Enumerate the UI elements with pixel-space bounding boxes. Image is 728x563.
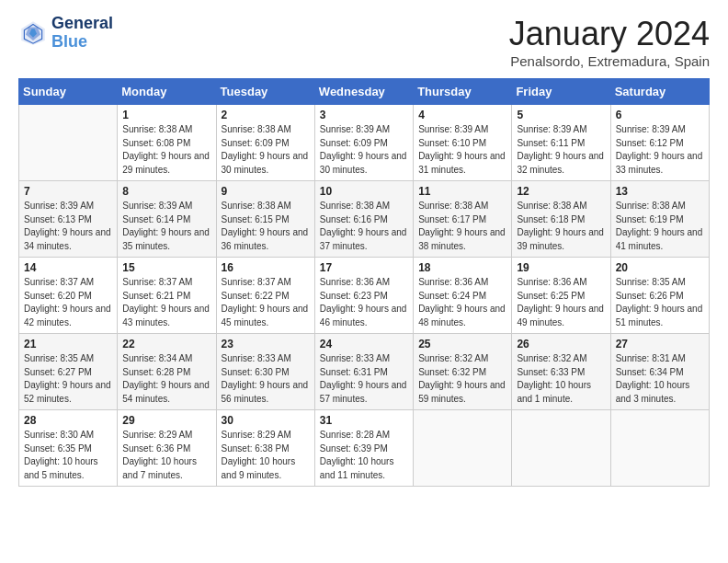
day-info: Sunrise: 8:28 AMSunset: 6:39 PMDaylight:… [320, 429, 408, 482]
day-info: Sunrise: 8:36 AMSunset: 6:23 PMDaylight:… [320, 276, 408, 329]
calendar-cell: 24Sunrise: 8:33 AMSunset: 6:31 PMDayligh… [314, 334, 413, 410]
calendar-cell [414, 410, 512, 487]
calendar-cell: 3Sunrise: 8:39 AMSunset: 6:09 PMDaylight… [314, 105, 413, 181]
day-number: 20 [616, 261, 704, 274]
day-number: 4 [418, 109, 506, 121]
day-number: 14 [24, 261, 112, 274]
header-day-saturday: Saturday [610, 79, 709, 105]
day-info: Sunrise: 8:36 AMSunset: 6:24 PMDaylight:… [418, 276, 506, 329]
day-number: 16 [222, 261, 310, 274]
day-info: Sunrise: 8:34 AMSunset: 6:28 PMDaylight:… [122, 352, 210, 406]
logo-icon [18, 18, 48, 48]
calendar-cell: 8Sunrise: 8:39 AMSunset: 6:14 PMDaylight… [118, 181, 216, 258]
calendar-cell: 9Sunrise: 8:38 AMSunset: 6:15 PMDaylight… [216, 181, 314, 258]
day-info: Sunrise: 8:39 AMSunset: 6:11 PMDaylight:… [517, 123, 605, 177]
day-number: 18 [418, 261, 506, 274]
day-info: Sunrise: 8:29 AMSunset: 6:38 PMDaylight:… [222, 429, 310, 482]
week-row-4: 21Sunrise: 8:35 AMSunset: 6:27 PMDayligh… [19, 334, 710, 410]
calendar-cell: 5Sunrise: 8:39 AMSunset: 6:11 PMDaylight… [512, 105, 610, 181]
calendar-cell: 1Sunrise: 8:38 AMSunset: 6:08 PMDaylight… [118, 105, 216, 181]
calendar-header: SundayMondayTuesdayWednesdayThursdayFrid… [19, 79, 710, 105]
calendar-cell: 13Sunrise: 8:38 AMSunset: 6:19 PMDayligh… [610, 181, 709, 258]
day-number: 23 [222, 338, 310, 350]
day-info: Sunrise: 8:39 AMSunset: 6:10 PMDaylight:… [418, 123, 506, 177]
day-number: 8 [122, 185, 210, 198]
day-number: 24 [320, 338, 408, 350]
calendar-cell: 12Sunrise: 8:38 AMSunset: 6:18 PMDayligh… [512, 181, 610, 258]
day-number: 12 [517, 185, 605, 198]
day-number: 11 [418, 185, 506, 198]
calendar-cell: 2Sunrise: 8:38 AMSunset: 6:09 PMDaylight… [216, 105, 314, 181]
calendar-cell [512, 410, 610, 487]
calendar-cell: 29Sunrise: 8:29 AMSunset: 6:36 PMDayligh… [118, 410, 216, 487]
day-info: Sunrise: 8:38 AMSunset: 6:18 PMDaylight:… [517, 200, 605, 253]
day-info: Sunrise: 8:32 AMSunset: 6:33 PMDaylight:… [517, 352, 605, 406]
calendar-cell: 23Sunrise: 8:33 AMSunset: 6:30 PMDayligh… [216, 334, 314, 410]
calendar-table: SundayMondayTuesdayWednesdayThursdayFrid… [18, 78, 710, 487]
day-info: Sunrise: 8:39 AMSunset: 6:13 PMDaylight:… [24, 200, 112, 253]
day-info: Sunrise: 8:35 AMSunset: 6:26 PMDaylight:… [616, 276, 704, 329]
header-day-wednesday: Wednesday [314, 79, 413, 105]
day-info: Sunrise: 8:33 AMSunset: 6:31 PMDaylight:… [320, 352, 408, 406]
day-number: 29 [122, 414, 210, 427]
calendar-cell: 6Sunrise: 8:39 AMSunset: 6:12 PMDaylight… [610, 105, 709, 181]
calendar-cell: 25Sunrise: 8:32 AMSunset: 6:32 PMDayligh… [414, 334, 512, 410]
calendar-cell: 16Sunrise: 8:37 AMSunset: 6:22 PMDayligh… [216, 258, 314, 334]
day-number: 22 [122, 338, 210, 350]
day-info: Sunrise: 8:37 AMSunset: 6:22 PMDaylight:… [222, 276, 310, 329]
calendar-cell: 28Sunrise: 8:30 AMSunset: 6:35 PMDayligh… [19, 410, 118, 487]
day-info: Sunrise: 8:39 AMSunset: 6:14 PMDaylight:… [122, 200, 210, 253]
logo-text: General Blue [51, 15, 113, 52]
title-section: January 2024 Penalsordo, Extremadura, Sp… [509, 15, 710, 69]
week-row-2: 7Sunrise: 8:39 AMSunset: 6:13 PMDaylight… [19, 181, 710, 258]
day-number: 13 [616, 185, 704, 198]
header-day-sunday: Sunday [19, 79, 118, 105]
day-number: 27 [616, 338, 704, 350]
day-info: Sunrise: 8:32 AMSunset: 6:32 PMDaylight:… [418, 352, 506, 406]
day-info: Sunrise: 8:37 AMSunset: 6:20 PMDaylight:… [24, 276, 112, 329]
calendar-cell: 21Sunrise: 8:35 AMSunset: 6:27 PMDayligh… [19, 334, 118, 410]
day-info: Sunrise: 8:38 AMSunset: 6:16 PMDaylight:… [320, 200, 408, 253]
calendar-cell: 15Sunrise: 8:37 AMSunset: 6:21 PMDayligh… [118, 258, 216, 334]
logo-line1: General [51, 15, 113, 33]
day-number: 3 [320, 109, 408, 121]
day-info: Sunrise: 8:38 AMSunset: 6:15 PMDaylight:… [222, 200, 310, 253]
day-number: 26 [517, 338, 605, 350]
calendar-cell: 14Sunrise: 8:37 AMSunset: 6:20 PMDayligh… [19, 258, 118, 334]
page-container: General Blue January 2024 Penalsordo, Ex… [0, 0, 728, 496]
header: General Blue January 2024 Penalsordo, Ex… [18, 15, 710, 69]
day-info: Sunrise: 8:35 AMSunset: 6:27 PMDaylight:… [24, 352, 112, 406]
header-day-tuesday: Tuesday [216, 79, 314, 105]
logo: General Blue [18, 15, 113, 52]
calendar-body: 1Sunrise: 8:38 AMSunset: 6:08 PMDaylight… [19, 105, 710, 487]
day-number: 7 [24, 185, 112, 198]
day-number: 2 [222, 109, 310, 121]
calendar-cell: 11Sunrise: 8:38 AMSunset: 6:17 PMDayligh… [414, 181, 512, 258]
day-number: 28 [24, 414, 112, 427]
calendar-cell: 31Sunrise: 8:28 AMSunset: 6:39 PMDayligh… [314, 410, 413, 487]
day-info: Sunrise: 8:38 AMSunset: 6:08 PMDaylight:… [122, 123, 210, 177]
day-number: 10 [320, 185, 408, 198]
day-info: Sunrise: 8:31 AMSunset: 6:34 PMDaylight:… [616, 352, 704, 406]
day-number: 17 [320, 261, 408, 274]
calendar-cell: 17Sunrise: 8:36 AMSunset: 6:23 PMDayligh… [314, 258, 413, 334]
day-number: 1 [122, 109, 210, 121]
calendar-cell: 10Sunrise: 8:38 AMSunset: 6:16 PMDayligh… [314, 181, 413, 258]
day-number: 30 [222, 414, 310, 427]
calendar-cell: 18Sunrise: 8:36 AMSunset: 6:24 PMDayligh… [414, 258, 512, 334]
header-day-thursday: Thursday [414, 79, 512, 105]
day-info: Sunrise: 8:39 AMSunset: 6:09 PMDaylight:… [320, 123, 408, 177]
day-number: 21 [24, 338, 112, 350]
calendar-cell: 7Sunrise: 8:39 AMSunset: 6:13 PMDaylight… [19, 181, 118, 258]
calendar-cell: 4Sunrise: 8:39 AMSunset: 6:10 PMDaylight… [414, 105, 512, 181]
day-info: Sunrise: 8:30 AMSunset: 6:35 PMDaylight:… [24, 429, 112, 482]
calendar-cell: 30Sunrise: 8:29 AMSunset: 6:38 PMDayligh… [216, 410, 314, 487]
calendar-cell: 19Sunrise: 8:36 AMSunset: 6:25 PMDayligh… [512, 258, 610, 334]
logo-line2: Blue [51, 33, 113, 52]
header-day-friday: Friday [512, 79, 610, 105]
day-number: 31 [320, 414, 408, 427]
week-row-3: 14Sunrise: 8:37 AMSunset: 6:20 PMDayligh… [19, 258, 710, 334]
day-info: Sunrise: 8:38 AMSunset: 6:09 PMDaylight:… [222, 123, 310, 177]
day-info: Sunrise: 8:38 AMSunset: 6:17 PMDaylight:… [418, 200, 506, 253]
calendar-cell [19, 105, 118, 181]
